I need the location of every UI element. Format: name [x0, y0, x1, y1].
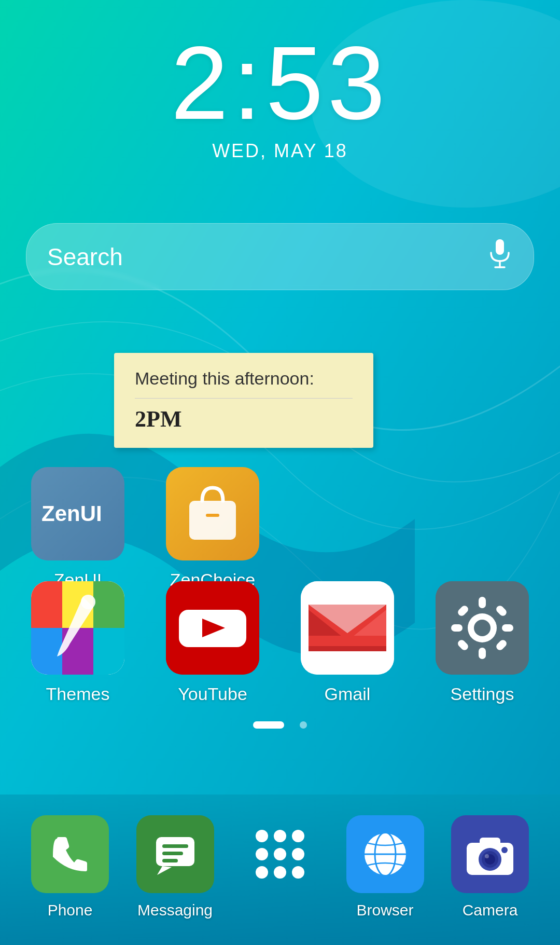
- svg-point-44: [256, 830, 268, 842]
- settings-icon: [436, 581, 529, 675]
- svg-point-62: [485, 854, 489, 858]
- messaging-label: Messaging: [137, 901, 213, 919]
- clock-time: 2:53: [0, 31, 560, 135]
- dock-apps[interactable]: [241, 815, 319, 901]
- svg-point-16: [81, 595, 95, 609]
- bottom-dock: Phone Messaging: [0, 795, 560, 945]
- sticky-note-line1: Meeting this afternoon:: [135, 368, 353, 399]
- indicator-inactive[interactable]: [300, 721, 307, 729]
- search-bar[interactable]: Search: [26, 223, 534, 290]
- dock-camera[interactable]: Camera: [451, 815, 529, 919]
- svg-rect-34: [502, 624, 513, 632]
- svg-point-30: [474, 620, 491, 636]
- svg-point-63: [501, 847, 508, 853]
- gmail-icon: [301, 581, 394, 675]
- search-placeholder[interactable]: Search: [47, 243, 487, 271]
- themes-label: Themes: [46, 684, 110, 704]
- youtube-icon: [166, 581, 259, 675]
- app-grid-main: Themes YouTube: [26, 581, 534, 704]
- themes-icon: [31, 581, 124, 675]
- messaging-icon: [136, 815, 214, 893]
- svg-rect-10: [93, 581, 124, 628]
- phone-label: Phone: [48, 901, 93, 919]
- svg-rect-11: [31, 628, 62, 675]
- svg-rect-58: [480, 838, 500, 847]
- sticky-note: Meeting this afternoon: 2PM: [114, 353, 373, 448]
- svg-rect-42: [162, 852, 183, 855]
- app-gmail[interactable]: Gmail: [296, 581, 399, 704]
- svg-rect-32: [479, 648, 486, 659]
- clock-date: WED, MAY 18: [0, 140, 560, 162]
- svg-rect-13: [93, 628, 124, 675]
- svg-point-52: [292, 866, 304, 879]
- svg-point-51: [274, 866, 286, 879]
- app-settings[interactable]: Settings: [430, 581, 534, 704]
- svg-point-50: [256, 866, 268, 879]
- svg-rect-27: [309, 646, 386, 651]
- svg-point-45: [274, 830, 286, 842]
- svg-point-49: [292, 848, 304, 860]
- sticky-note-line2: 2PM: [135, 406, 353, 432]
- clock-section: 2:53 WED, MAY 18: [0, 31, 560, 162]
- svg-rect-43: [162, 859, 178, 862]
- browser-icon: [346, 815, 424, 893]
- svg-point-48: [274, 848, 286, 860]
- dock-browser[interactable]: Browser: [346, 815, 424, 919]
- camera-label: Camera: [463, 901, 518, 919]
- settings-label: Settings: [451, 684, 514, 704]
- svg-rect-5: [189, 501, 236, 540]
- browser-label: Browser: [356, 901, 413, 919]
- app-youtube[interactable]: YouTube: [161, 581, 264, 704]
- dock-phone[interactable]: Phone: [31, 815, 109, 919]
- zenui-icon: ZenUI: [31, 467, 124, 560]
- svg-rect-6: [206, 514, 219, 517]
- svg-rect-41: [162, 844, 188, 848]
- microphone-icon[interactable]: [487, 238, 513, 275]
- phone-icon: [31, 815, 109, 893]
- svg-point-46: [292, 830, 304, 842]
- svg-rect-33: [451, 624, 463, 632]
- camera-icon: [451, 815, 529, 893]
- dock-messaging[interactable]: Messaging: [136, 815, 214, 919]
- svg-rect-8: [31, 581, 62, 628]
- svg-point-47: [256, 848, 268, 860]
- gmail-label: Gmail: [325, 684, 371, 704]
- app-themes[interactable]: Themes: [26, 581, 130, 704]
- page-indicators: [0, 721, 560, 729]
- svg-rect-2: [496, 239, 504, 255]
- indicator-active[interactable]: [253, 721, 284, 729]
- apps-icon: [241, 815, 319, 893]
- zenchoice-icon: [166, 467, 259, 560]
- svg-rect-31: [479, 597, 486, 608]
- svg-marker-40: [157, 866, 172, 875]
- youtube-label: YouTube: [178, 684, 247, 704]
